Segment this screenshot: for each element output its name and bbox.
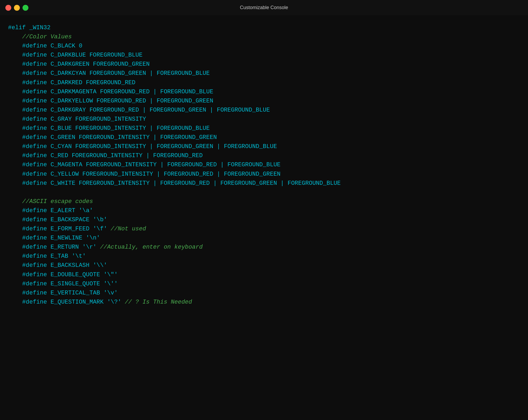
code-line: #define E_SINGLE_QUOTE '\'' [8, 279, 523, 289]
code-line: #define C_DARKYELLOW FOREGROUND_RED | FO… [8, 97, 523, 106]
traffic-lights [5, 5, 28, 11]
maximize-button[interactable] [23, 5, 28, 11]
code-line: #define E_TAB '\t' [8, 252, 523, 261]
code-editor: #elif _WIN32 //Color Values #define C_BL… [0, 15, 528, 315]
code-line: #define C_DARKCYAN FOREGROUND_GREEN | FO… [8, 69, 523, 78]
code-line: #define C_DARKGREEN FOREGROUND_GREEN [8, 60, 523, 69]
code-line: #define E_ALERT '\a' [8, 206, 523, 215]
code-line: #define C_DARKBLUE FOREGROUND_BLUE [8, 51, 523, 60]
code-line: #define C_BLACK 0 [8, 42, 523, 51]
window-title: Customizable Console [240, 5, 288, 10]
code-line: #define C_WHITE FOREGROUND_INTENSITY | F… [8, 179, 523, 188]
code-line: #define C_DARKMAGENTA FOREGROUND_RED | F… [8, 87, 523, 97]
minimize-button[interactable] [14, 5, 20, 11]
code-line: #define E_VERTICAL_TAB '\v' [8, 289, 523, 298]
code-line: #define E_RETURN '\r' //Actually, enter … [8, 243, 523, 252]
code-line: #define E_BACKSLASH '\\' [8, 261, 523, 270]
code-line: //Color Values [8, 32, 523, 42]
code-line: #define E_FORM_FEED '\f' //Not used [8, 224, 523, 234]
title-bar: Customizable Console [0, 0, 528, 15]
code-line: #define E_NEWLINE '\n' [8, 234, 523, 243]
code-line: #define C_GRAY FOREGROUND_INTENSITY [8, 115, 523, 124]
code-line: #define C_CYAN FOREGROUND_INTENSITY | FO… [8, 142, 523, 151]
code-line: #define C_MAGENTA FOREGROUND_INTENSITY |… [8, 160, 523, 170]
code-line: #elif _WIN32 [8, 23, 523, 32]
code-line [8, 188, 523, 197]
close-button[interactable] [5, 5, 11, 11]
code-line: #define C_YELLOW FOREGROUND_INTENSITY | … [8, 170, 523, 179]
code-line: #define C_GREEN FOREGROUND_INTENSITY | F… [8, 133, 523, 142]
code-line: #define E_DOUBLE_QUOTE '\"' [8, 270, 523, 279]
code-line: #define C_DARKRED FOREGROUND_RED [8, 78, 523, 87]
code-line: #define C_RED FOREGROUND_INTENSITY | FOR… [8, 151, 523, 160]
code-line: #define C_BLUE FOREGROUND_INTENSITY | FO… [8, 124, 523, 133]
code-line: #define E_BACKSPACE '\b' [8, 215, 523, 224]
code-line: //ASCII escape codes [8, 197, 523, 206]
code-line: #define C_DARKGRAY FOREGROUND_RED | FORE… [8, 106, 523, 115]
code-line: #define E_QUESTION_MARK '\?' // ? Is Thi… [8, 298, 523, 307]
